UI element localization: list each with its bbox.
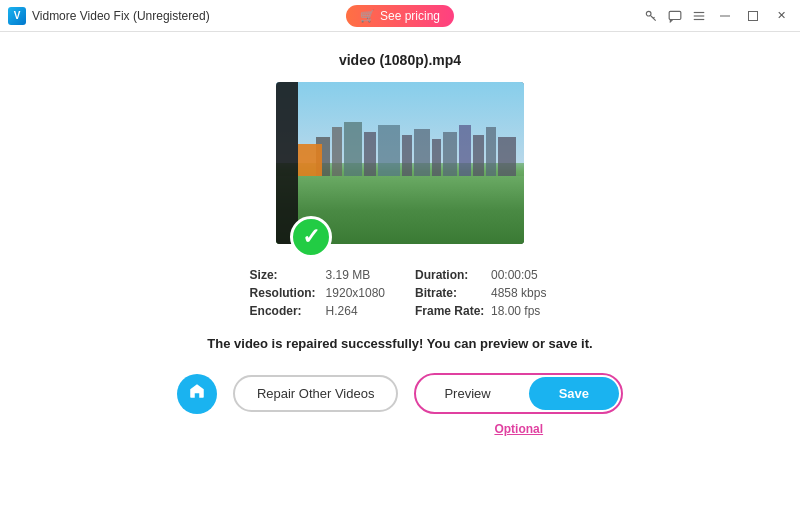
close-button[interactable]: ✕ bbox=[770, 5, 792, 27]
optional-label: Optional bbox=[494, 422, 543, 436]
title-bar-right: ✕ bbox=[642, 5, 792, 27]
app-title: Vidmore Video Fix (Unregistered) bbox=[32, 9, 210, 23]
size-row: Size: 3.19 MB bbox=[250, 268, 385, 282]
encoder-row: Encoder: H.264 bbox=[250, 304, 385, 318]
app-icon: V bbox=[8, 7, 26, 25]
success-badge: ✓ bbox=[290, 216, 332, 258]
duration-label: Duration: bbox=[415, 268, 485, 282]
bitrate-value: 4858 kbps bbox=[491, 286, 546, 300]
size-value: 3.19 MB bbox=[326, 268, 371, 282]
svg-rect-16 bbox=[459, 125, 471, 182]
bitrate-label: Bitrate: bbox=[415, 286, 485, 300]
checkmark-icon: ✓ bbox=[302, 226, 320, 248]
save-button[interactable]: Save bbox=[529, 377, 619, 410]
minimize-button[interactable] bbox=[714, 5, 736, 27]
cart-icon: 🛒 bbox=[360, 9, 375, 23]
svg-rect-1 bbox=[669, 11, 681, 19]
svg-rect-11 bbox=[378, 125, 400, 182]
svg-rect-9 bbox=[344, 122, 362, 182]
resolution-value: 1920x1080 bbox=[326, 286, 385, 300]
svg-rect-8 bbox=[332, 127, 342, 182]
preview-save-wrapper: Preview Save Optional bbox=[414, 373, 623, 414]
pricing-button[interactable]: 🛒 See pricing bbox=[346, 5, 454, 27]
chat-icon-btn[interactable] bbox=[666, 7, 684, 25]
dark-strip-left bbox=[276, 82, 298, 244]
svg-rect-6 bbox=[749, 11, 758, 20]
repair-other-label: Repair Other Videos bbox=[257, 386, 375, 401]
encoder-value: H.264 bbox=[326, 304, 358, 318]
video-preview-container: ✓ bbox=[276, 82, 524, 244]
svg-rect-5 bbox=[720, 15, 730, 16]
svg-rect-18 bbox=[486, 127, 496, 182]
key-icon-btn[interactable] bbox=[642, 7, 660, 25]
info-table: Size: 3.19 MB Duration: 00:00:05 Resolut… bbox=[250, 268, 551, 318]
duration-value: 00:00:05 bbox=[491, 268, 538, 282]
bitrate-row: Bitrate: 4858 kbps bbox=[415, 286, 550, 300]
svg-rect-10 bbox=[364, 132, 376, 182]
resolution-label: Resolution: bbox=[250, 286, 320, 300]
success-message: The video is repaired successfully! You … bbox=[207, 336, 592, 351]
svg-point-0 bbox=[646, 11, 651, 16]
framerate-label: Frame Rate: bbox=[415, 304, 485, 318]
video-filename: video (1080p).mp4 bbox=[339, 52, 461, 68]
home-icon bbox=[188, 382, 206, 405]
maximize-button[interactable] bbox=[742, 5, 764, 27]
title-bar-center: 🛒 See pricing bbox=[346, 5, 454, 27]
save-label: Save bbox=[559, 386, 589, 401]
title-bar-left: V Vidmore Video Fix (Unregistered) bbox=[8, 7, 210, 25]
duration-row: Duration: 00:00:05 bbox=[415, 268, 550, 282]
svg-rect-13 bbox=[414, 129, 430, 182]
framerate-value: 18.00 fps bbox=[491, 304, 540, 318]
repair-other-videos-button[interactable]: Repair Other Videos bbox=[233, 375, 399, 412]
title-bar: V Vidmore Video Fix (Unregistered) 🛒 See… bbox=[0, 0, 800, 32]
menu-icon-btn[interactable] bbox=[690, 7, 708, 25]
buildings-svg bbox=[316, 117, 516, 182]
orange-rect bbox=[298, 144, 322, 176]
preview-label: Preview bbox=[444, 386, 490, 401]
encoder-label: Encoder: bbox=[250, 304, 320, 318]
resolution-row: Resolution: 1920x1080 bbox=[250, 286, 385, 300]
framerate-row: Frame Rate: 18.00 fps bbox=[415, 304, 550, 318]
size-label: Size: bbox=[250, 268, 320, 282]
preview-button[interactable]: Preview bbox=[418, 377, 516, 410]
svg-rect-15 bbox=[443, 132, 457, 182]
bottom-bar: Repair Other Videos Preview Save Optiona… bbox=[0, 373, 800, 414]
home-button[interactable] bbox=[177, 374, 217, 414]
main-content: video (1080p).mp4 bbox=[0, 32, 800, 519]
pricing-label: See pricing bbox=[380, 9, 440, 23]
